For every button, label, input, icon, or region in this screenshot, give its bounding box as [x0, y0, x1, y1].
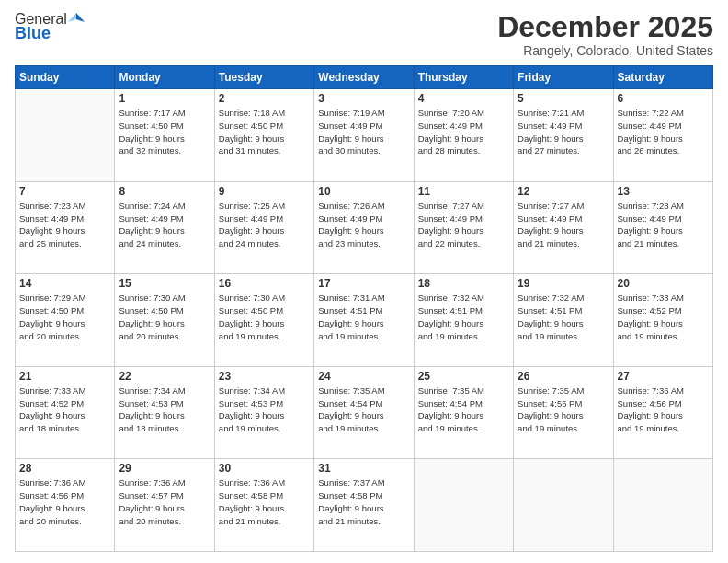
- title-section: December 2025 Rangely, Colorado, United …: [497, 11, 713, 58]
- table-row: 24Sunrise: 7:35 AMSunset: 4:54 PMDayligh…: [314, 366, 414, 459]
- table-row: 20Sunrise: 7:33 AMSunset: 4:52 PMDayligh…: [613, 274, 712, 367]
- day-number: 6: [618, 92, 709, 105]
- day-info: Sunrise: 7:31 AMSunset: 4:51 PMDaylight:…: [318, 292, 409, 342]
- day-number: 30: [219, 462, 310, 475]
- month-title: December 2025: [497, 11, 713, 43]
- table-row: 8Sunrise: 7:24 AMSunset: 4:49 PMDaylight…: [115, 181, 214, 274]
- day-number: 13: [618, 185, 709, 198]
- day-info: Sunrise: 7:23 AMSunset: 4:49 PMDaylight:…: [19, 200, 110, 250]
- day-number: 15: [119, 277, 210, 290]
- table-row: 15Sunrise: 7:30 AMSunset: 4:50 PMDayligh…: [115, 274, 214, 367]
- table-row: 27Sunrise: 7:36 AMSunset: 4:56 PMDayligh…: [613, 366, 712, 459]
- day-info: Sunrise: 7:24 AMSunset: 4:49 PMDaylight:…: [119, 200, 210, 250]
- day-info: Sunrise: 7:36 AMSunset: 4:56 PMDaylight:…: [618, 385, 709, 435]
- logo: General Blue: [15, 11, 85, 43]
- calendar-week-row: 14Sunrise: 7:29 AMSunset: 4:50 PMDayligh…: [16, 274, 713, 367]
- calendar-week-row: 21Sunrise: 7:33 AMSunset: 4:52 PMDayligh…: [16, 366, 713, 459]
- day-number: 10: [318, 185, 409, 198]
- table-row: 25Sunrise: 7:35 AMSunset: 4:54 PMDayligh…: [414, 366, 513, 459]
- table-row: 31Sunrise: 7:37 AMSunset: 4:58 PMDayligh…: [314, 459, 414, 552]
- day-info: Sunrise: 7:36 AMSunset: 4:56 PMDaylight:…: [19, 477, 110, 527]
- day-number: 1: [119, 92, 210, 105]
- day-number: 8: [119, 185, 210, 198]
- table-row: 19Sunrise: 7:32 AMSunset: 4:51 PMDayligh…: [514, 274, 613, 367]
- col-tuesday: Tuesday: [214, 66, 313, 89]
- day-info: Sunrise: 7:19 AMSunset: 4:49 PMDaylight:…: [318, 107, 409, 157]
- table-row: 30Sunrise: 7:36 AMSunset: 4:58 PMDayligh…: [214, 459, 313, 552]
- day-info: Sunrise: 7:34 AMSunset: 4:53 PMDaylight:…: [119, 385, 210, 435]
- col-saturday: Saturday: [613, 66, 712, 89]
- day-info: Sunrise: 7:18 AMSunset: 4:50 PMDaylight:…: [219, 107, 310, 157]
- day-number: 14: [19, 277, 110, 290]
- table-row: [613, 459, 712, 552]
- day-number: 5: [518, 92, 609, 105]
- day-number: 28: [19, 462, 110, 475]
- day-info: Sunrise: 7:34 AMSunset: 4:53 PMDaylight:…: [219, 385, 310, 435]
- calendar-week-row: 1Sunrise: 7:17 AMSunset: 4:50 PMDaylight…: [16, 89, 713, 182]
- col-monday: Monday: [115, 66, 214, 89]
- day-number: 22: [119, 370, 210, 383]
- logo-bird-icon: [68, 11, 85, 28]
- day-number: 18: [418, 277, 509, 290]
- day-info: Sunrise: 7:29 AMSunset: 4:50 PMDaylight:…: [19, 292, 110, 342]
- day-number: 4: [418, 92, 509, 105]
- day-number: 21: [19, 370, 110, 383]
- day-info: Sunrise: 7:26 AMSunset: 4:49 PMDaylight:…: [318, 200, 409, 250]
- day-number: 2: [219, 92, 310, 105]
- day-info: Sunrise: 7:30 AMSunset: 4:50 PMDaylight:…: [119, 292, 210, 342]
- day-info: Sunrise: 7:32 AMSunset: 4:51 PMDaylight:…: [418, 292, 509, 342]
- location: Rangely, Colorado, United States: [497, 43, 713, 58]
- table-row: 26Sunrise: 7:35 AMSunset: 4:55 PMDayligh…: [514, 366, 613, 459]
- calendar-week-row: 28Sunrise: 7:36 AMSunset: 4:56 PMDayligh…: [16, 459, 713, 552]
- day-info: Sunrise: 7:22 AMSunset: 4:49 PMDaylight:…: [618, 107, 709, 157]
- day-info: Sunrise: 7:32 AMSunset: 4:51 PMDaylight:…: [518, 292, 609, 342]
- table-row: 3Sunrise: 7:19 AMSunset: 4:49 PMDaylight…: [314, 89, 414, 182]
- day-info: Sunrise: 7:28 AMSunset: 4:49 PMDaylight:…: [618, 200, 709, 250]
- header: General Blue December 2025 Rangely, Colo…: [15, 11, 713, 58]
- table-row: 14Sunrise: 7:29 AMSunset: 4:50 PMDayligh…: [16, 274, 115, 367]
- day-number: 24: [318, 370, 409, 383]
- svg-marker-0: [76, 13, 85, 22]
- table-row: 7Sunrise: 7:23 AMSunset: 4:49 PMDaylight…: [16, 181, 115, 274]
- table-row: 1Sunrise: 7:17 AMSunset: 4:50 PMDaylight…: [115, 89, 214, 182]
- day-info: Sunrise: 7:35 AMSunset: 4:54 PMDaylight:…: [418, 385, 509, 435]
- day-number: 19: [518, 277, 609, 290]
- day-number: 23: [219, 370, 310, 383]
- table-row: [16, 89, 115, 182]
- day-number: 27: [618, 370, 709, 383]
- day-number: 31: [318, 462, 409, 475]
- page-container: General Blue December 2025 Rangely, Colo…: [0, 0, 728, 563]
- day-info: Sunrise: 7:33 AMSunset: 4:52 PMDaylight:…: [19, 385, 110, 435]
- day-info: Sunrise: 7:30 AMSunset: 4:50 PMDaylight:…: [219, 292, 310, 342]
- day-info: Sunrise: 7:37 AMSunset: 4:58 PMDaylight:…: [318, 477, 409, 527]
- col-thursday: Thursday: [414, 66, 513, 89]
- day-info: Sunrise: 7:36 AMSunset: 4:57 PMDaylight:…: [119, 477, 210, 527]
- table-row: 22Sunrise: 7:34 AMSunset: 4:53 PMDayligh…: [115, 366, 214, 459]
- day-info: Sunrise: 7:25 AMSunset: 4:49 PMDaylight:…: [219, 200, 310, 250]
- day-number: 9: [219, 185, 310, 198]
- day-info: Sunrise: 7:27 AMSunset: 4:49 PMDaylight:…: [418, 200, 509, 250]
- day-info: Sunrise: 7:35 AMSunset: 4:55 PMDaylight:…: [518, 385, 609, 435]
- table-row: 9Sunrise: 7:25 AMSunset: 4:49 PMDaylight…: [214, 181, 313, 274]
- col-friday: Friday: [514, 66, 613, 89]
- table-row: 12Sunrise: 7:27 AMSunset: 4:49 PMDayligh…: [514, 181, 613, 274]
- day-number: 16: [219, 277, 310, 290]
- table-row: 16Sunrise: 7:30 AMSunset: 4:50 PMDayligh…: [214, 274, 313, 367]
- table-row: [414, 459, 513, 552]
- table-row: 28Sunrise: 7:36 AMSunset: 4:56 PMDayligh…: [16, 459, 115, 552]
- table-row: 5Sunrise: 7:21 AMSunset: 4:49 PMDaylight…: [514, 89, 613, 182]
- calendar-table: Sunday Monday Tuesday Wednesday Thursday…: [15, 65, 713, 552]
- logo-blue-text: Blue: [15, 24, 51, 43]
- col-sunday: Sunday: [16, 66, 115, 89]
- svg-marker-1: [68, 13, 76, 22]
- day-number: 29: [119, 462, 210, 475]
- day-info: Sunrise: 7:21 AMSunset: 4:49 PMDaylight:…: [518, 107, 609, 157]
- day-info: Sunrise: 7:33 AMSunset: 4:52 PMDaylight:…: [618, 292, 709, 342]
- col-wednesday: Wednesday: [314, 66, 414, 89]
- table-row: 17Sunrise: 7:31 AMSunset: 4:51 PMDayligh…: [314, 274, 414, 367]
- table-row: 2Sunrise: 7:18 AMSunset: 4:50 PMDaylight…: [214, 89, 313, 182]
- day-number: 12: [518, 185, 609, 198]
- calendar-week-row: 7Sunrise: 7:23 AMSunset: 4:49 PMDaylight…: [16, 181, 713, 274]
- table-row: 6Sunrise: 7:22 AMSunset: 4:49 PMDaylight…: [613, 89, 712, 182]
- day-info: Sunrise: 7:36 AMSunset: 4:58 PMDaylight:…: [219, 477, 310, 527]
